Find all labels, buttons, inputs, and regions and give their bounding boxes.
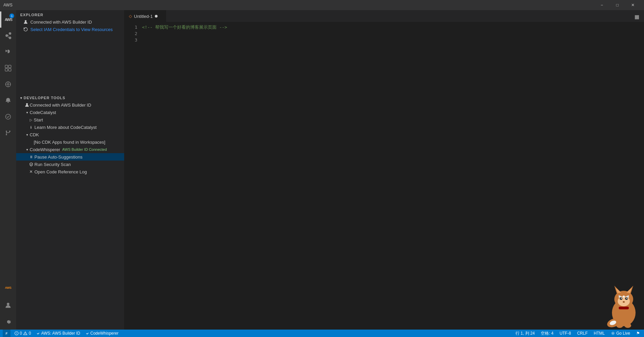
code-editor[interactable]: <!-- 帮我写一个好看的博客展示页面 -->	[141, 22, 644, 330]
select-iam-credentials[interactable]: Select IAM Credentials to View Resources	[16, 26, 124, 33]
svg-point-7	[6, 131, 7, 132]
developer-tools-header[interactable]: ▾ DEVELOPER TOOLS	[16, 94, 124, 101]
codecatalyst-start[interactable]: ▷ Start	[16, 116, 124, 123]
maximize-button[interactable]: □	[610, 0, 625, 10]
settings-icon[interactable]	[0, 313, 16, 330]
svg-rect-0	[5, 65, 8, 68]
svg-rect-2	[5, 68, 8, 71]
line-ending-text: CRLF	[577, 331, 588, 336]
svg-point-11	[25, 20, 26, 22]
encoding-text: UTF-8	[560, 331, 571, 336]
dev-tools-connected[interactable]: Connected with AWS Builder ID	[16, 101, 124, 109]
aws-logo-bottom-icon[interactable]: AWS	[0, 280, 16, 296]
editor-content[interactable]: 1 2 3 <!-- 帮我写一个好看的博客展示页面 -->	[125, 22, 644, 330]
feedback-status[interactable]: ⚑	[635, 330, 641, 337]
title-bar: AWS − □ ✕	[0, 0, 644, 10]
svg-point-6	[6, 114, 11, 119]
remote-icon: ≠	[5, 331, 8, 336]
line-numbers: 1 2 3	[125, 22, 141, 330]
svg-rect-1	[8, 65, 11, 68]
ai-icon[interactable]	[0, 76, 16, 92]
extensions-icon[interactable]	[0, 60, 16, 76]
explorer-header: EXPLORER	[16, 10, 124, 18]
error-icon	[15, 331, 19, 335]
learn-more-codecatalyst[interactable]: ℹ Learn More about CodeCatalyst	[16, 123, 124, 131]
spaces-text: 空格: 4	[541, 331, 553, 336]
line-col-text: 行 1, 列 24	[515, 331, 535, 336]
live-share-text: Go Live	[616, 331, 630, 336]
tab-title: Untitled-1	[134, 14, 153, 19]
close-button[interactable]: ✕	[625, 0, 641, 10]
line-number-3: 3	[125, 37, 137, 43]
shield-scan-icon	[28, 162, 34, 167]
developer-tools-section: ▾ DEVELOPER TOOLS Connected with AWS Bui…	[16, 94, 124, 175]
tab-bar: ◇ Untitled-1	[125, 10, 644, 22]
code-ref-icon: ✕	[28, 169, 34, 174]
errors-warnings[interactable]: 0 0	[13, 330, 32, 337]
activity-aws-icon[interactable]: AWS 1	[0, 11, 16, 28]
editor-tab-untitled[interactable]: ◇ Untitled-1	[125, 10, 166, 22]
main-layout: AWS 1 AWS	[0, 10, 644, 330]
connected-aws-builder[interactable]: Connected with AWS Builder ID	[16, 18, 124, 26]
git-icon[interactable]	[0, 125, 16, 141]
svg-rect-3	[8, 68, 11, 71]
aws-builder-id-status[interactable]: AWS: AWS Builder ID	[35, 330, 82, 337]
line-col-status[interactable]: 行 1, 列 24	[514, 330, 536, 337]
pause-icon: ⏸	[28, 155, 34, 159]
open-code-reference[interactable]: ✕ Open Code Reference Log	[16, 168, 124, 175]
live-share-status[interactable]: Go Live	[610, 330, 632, 337]
start-arrow: ▷	[28, 118, 34, 122]
aws-builder-id-badge: AWS Builder ID Connected	[62, 147, 107, 151]
sidebar: EXPLORER Connected with AWS Builder ID S…	[16, 10, 124, 330]
svg-point-12	[26, 103, 28, 105]
minimize-button[interactable]: −	[594, 0, 610, 10]
remote-indicator[interactable]: ≠	[3, 330, 10, 337]
run-debug-icon[interactable]	[0, 44, 16, 60]
status-right: 行 1, 列 24 空格: 4 UTF-8 CRLF HTML Go Live …	[514, 330, 641, 337]
language-text: HTML	[594, 331, 605, 336]
dev-connected-icon	[24, 103, 30, 107]
svg-point-5	[7, 84, 9, 85]
editor-layout-controls	[633, 13, 644, 22]
line-number-1: 1	[125, 24, 137, 30]
svg-point-8	[6, 134, 7, 135]
spaces-status[interactable]: 空格: 4	[539, 330, 555, 337]
codeguru-icon[interactable]	[0, 109, 16, 125]
line-ending-status[interactable]: CRLF	[576, 330, 589, 337]
check2-icon	[86, 332, 89, 335]
broadcast-icon	[611, 331, 615, 335]
codewhisperer-item[interactable]: ▾ CodeWhisperer AWS Builder ID Connected	[16, 146, 124, 153]
code-line-1: <!-- 帮我写一个好看的博客展示页面 -->	[142, 24, 644, 30]
cdk-item[interactable]: ▾ CDK	[16, 131, 124, 138]
status-left: ≠ 0 0 AWS: AWS Builder ID CodeWhisperer	[3, 330, 120, 337]
window-controls: − □ ✕	[594, 0, 641, 10]
codewhisperer-status[interactable]: CodeWhisperer	[84, 330, 120, 337]
pause-auto-suggestions[interactable]: ⏸ Pause Auto-Suggestions	[16, 153, 124, 161]
developer-tools-chevron: ▾	[20, 96, 22, 100]
person-icon	[23, 19, 28, 25]
codecatalyst-item[interactable]: ▾ CodeCatalyst	[16, 109, 124, 116]
unsaved-dot	[155, 15, 158, 18]
no-cdk-apps: [No CDK Apps found in Workspaces]	[16, 138, 124, 146]
source-control-icon[interactable]	[0, 28, 16, 44]
editor-area: ◇ Untitled-1 1 2 3 <!-- 帮我写一个好看的博客展示页面 -…	[125, 10, 644, 330]
check-icon	[36, 332, 40, 335]
warning-icon	[23, 331, 27, 335]
codecatalyst-arrow: ▾	[24, 111, 30, 114]
cdk-arrow: ▾	[24, 133, 30, 137]
line-number-2: 2	[125, 30, 137, 37]
sync-icon	[23, 27, 28, 32]
aws-builder-label: AWS: AWS Builder ID	[41, 331, 80, 336]
status-bar: ≠ 0 0 AWS: AWS Builder ID CodeWhisperer …	[0, 330, 644, 337]
error-count: 0	[20, 331, 22, 336]
run-security-scan[interactable]: Run Security Scan	[16, 161, 124, 168]
warning-count: 0	[29, 331, 31, 336]
encoding-status[interactable]: UTF-8	[558, 330, 572, 337]
svg-point-10	[7, 303, 9, 306]
svg-point-14	[612, 333, 613, 334]
codewhisperer-label: CodeWhisperer	[90, 331, 118, 336]
split-editor-icon[interactable]	[633, 13, 641, 22]
notifications-icon[interactable]	[0, 92, 16, 109]
language-status[interactable]: HTML	[592, 330, 606, 337]
account-icon[interactable]	[0, 297, 16, 313]
